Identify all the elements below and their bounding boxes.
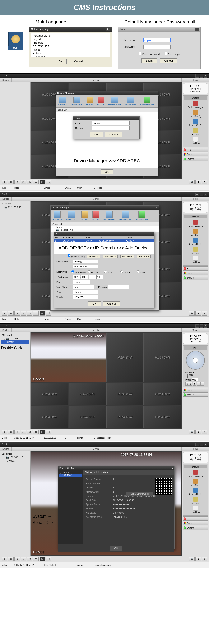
tree-device[interactable]: 192.168.1.10	[8, 206, 21, 208]
video-cell[interactable]: H.264 DVR	[106, 406, 144, 428]
tree-camera-selected[interactable]: CAM01	[1, 340, 30, 344]
snapshot-icon[interactable]: 📷	[189, 180, 194, 184]
close-icon[interactable]: X	[204, 324, 207, 328]
device-row[interactable]: 1192.168.1.103456700:12:14:0b:90:47H264D…	[54, 239, 154, 242]
account-link[interactable]: Account	[184, 246, 207, 254]
login-button[interactable]: Login	[142, 58, 157, 63]
layout-btn[interactable]: 25	[27, 430, 32, 434]
tree-device[interactable]: 192.168.1.10	[10, 456, 23, 458]
maximize-icon[interactable]: □	[200, 193, 203, 196]
upzone-input[interactable]	[92, 126, 130, 130]
ptz-center-icon[interactable]	[193, 358, 198, 363]
layout-btn[interactable]: 16	[21, 557, 26, 562]
stop-icon[interactable]: ✖	[202, 557, 207, 562]
layout-btn[interactable]: ▦	[2, 180, 7, 184]
color-tab[interactable]: Color	[183, 152, 208, 156]
tab-monitor[interactable]: Monitor	[12, 78, 182, 82]
close-icon[interactable]: X	[204, 74, 207, 78]
local-log-link[interactable]: Local Log	[184, 137, 207, 144]
user-input[interactable]	[73, 285, 94, 289]
ip-octet[interactable]	[73, 275, 80, 279]
tree-zone[interactable]: Hamrol	[4, 334, 12, 336]
modify-button[interactable]: MODIFY	[81, 211, 88, 220]
ip-search-button[interactable]: IP Search	[87, 255, 100, 258]
fullscreen-icon[interactable]: ⛶	[46, 311, 51, 316]
radio-ip[interactable]: IP Address	[72, 270, 86, 274]
ptz-tab[interactable]: PTZ	[183, 516, 208, 521]
vendor-select[interactable]	[73, 295, 98, 299]
stop-icon[interactable]: ✖	[202, 311, 207, 316]
device-manager-link[interactable]: Device Manager	[184, 470, 207, 477]
layout-btn-active[interactable]: 64	[40, 311, 45, 316]
cms-desktop-icon[interactable]: CMS	[8, 19, 23, 50]
video-cell[interactable]: H.264 DVR	[31, 406, 68, 428]
radio-domain[interactable]: Domain	[88, 270, 103, 274]
lang-option[interactable]: Suomi	[32, 48, 109, 52]
add-area-button[interactable]: ADD AREA	[52, 211, 62, 220]
system-tab[interactable]: System	[183, 157, 208, 161]
layout-btn[interactable]: 16	[21, 180, 26, 184]
language-list[interactable]: Português(BR) English Français DEUTSCHER…	[31, 33, 110, 57]
lang-option[interactable]: Français	[32, 41, 109, 44]
close-icon[interactable]: X	[106, 28, 110, 31]
close-icon[interactable]: X	[155, 92, 156, 94]
color-tab[interactable]: Color	[183, 521, 208, 525]
zone-select[interactable]	[73, 290, 98, 294]
minimize-icon[interactable]: —	[196, 443, 199, 446]
cancel-button[interactable]: Cancel	[103, 301, 120, 306]
password-input[interactable]	[143, 44, 170, 49]
fullscreen-icon[interactable]: ⛶	[46, 557, 51, 562]
account-link[interactable]: Account	[184, 128, 207, 136]
tree-zone[interactable]: ⊟ Hamrol	[52, 226, 157, 229]
layout-btn[interactable]: ▦	[8, 430, 14, 434]
cfg-tree-device-selected[interactable]: 192.168.1....	[59, 474, 82, 476]
layout-btn[interactable]: ▦	[8, 557, 14, 562]
record-icon[interactable]: ⏺	[196, 180, 201, 184]
local-config-link[interactable]: Local Config	[184, 228, 207, 236]
layout-btn[interactable]: ▦	[2, 430, 7, 434]
record-icon[interactable]: ⏺	[196, 311, 201, 316]
import-button[interactable]: Devices import	[103, 211, 116, 220]
pwd-input[interactable]	[108, 285, 129, 289]
lang-option[interactable]: Hungarian	[32, 55, 109, 57]
layout-btn-active[interactable]: 64	[40, 557, 45, 562]
device-name-input[interactable]	[73, 260, 98, 264]
color-tab[interactable]: Color	[183, 271, 208, 275]
color-tab[interactable]: Color	[183, 388, 208, 392]
delete-button[interactable]: DELETE	[98, 96, 105, 106]
lang-option[interactable]: Hebrew	[32, 52, 109, 55]
minimize-icon[interactable]: —	[196, 74, 199, 78]
serial-code-button[interactable]: SerialIDDeverCode	[126, 492, 153, 496]
tab-monitor[interactable]: Monitor	[12, 328, 182, 332]
ok-button[interactable]: OK	[54, 59, 67, 64]
snapshot-icon[interactable]: 📷	[189, 557, 194, 562]
lang-option[interactable]: English	[32, 38, 109, 41]
video-cell[interactable]: H.264 DVR	[144, 406, 181, 428]
layout-btn[interactable]: ▦	[2, 311, 7, 316]
remote-config-link[interactable]: Remote Config	[184, 238, 207, 245]
add-device-button[interactable]: ADD DEVICE	[66, 211, 77, 220]
ok-button[interactable]: OK	[100, 169, 113, 174]
device-tree[interactable]: ⊟ Hamrol ⊟ 📷 192.168.1.10 CAM01	[0, 451, 30, 556]
device-tree[interactable]	[0, 82, 30, 178]
video-cell[interactable]: H.264 DVR	[31, 383, 68, 406]
layout-btn[interactable]: ▦	[8, 180, 14, 184]
ip-octet[interactable]	[88, 275, 96, 279]
system-tab[interactable]: System	[183, 276, 208, 280]
cancel-button[interactable]: Cancel	[70, 59, 87, 64]
maximize-icon[interactable]: □	[200, 74, 203, 78]
layout-btn[interactable]: 25	[27, 557, 32, 562]
account-link[interactable]: Account	[184, 496, 207, 504]
tab-device[interactable]: Device	[0, 447, 12, 451]
ptz-btn[interactable]: ▸	[197, 382, 200, 386]
radio-arsp[interactable]: ARSP	[104, 270, 119, 274]
zone-input[interactable]	[92, 121, 130, 125]
system-tab[interactable]: System	[183, 526, 208, 530]
fullscreen-icon[interactable]: ⛶	[46, 430, 51, 434]
layout-btn[interactable]: 9	[14, 311, 20, 316]
zoom-control[interactable]: − Zoom +	[186, 371, 205, 374]
ptz-btn[interactable]: ■	[193, 382, 196, 386]
tree-camera[interactable]: CAM01	[1, 459, 30, 462]
layout-btn[interactable]: 36	[33, 180, 39, 184]
export-button[interactable]: Devices expor	[124, 96, 136, 106]
